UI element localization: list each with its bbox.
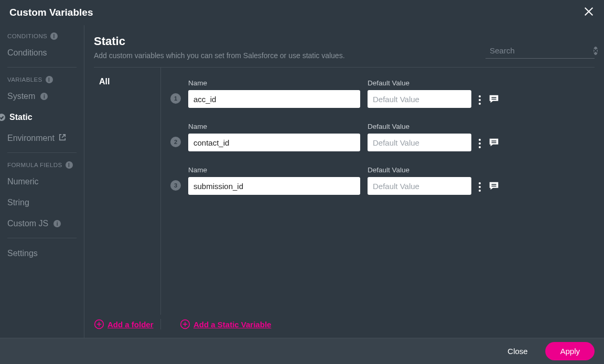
variable-list: 1 Name Default Value 2 Name Default Valu… bbox=[161, 68, 595, 315]
divider bbox=[7, 67, 77, 68]
svg-rect-18 bbox=[491, 184, 496, 185]
svg-point-6 bbox=[479, 99, 481, 101]
default-value-label: Default Value bbox=[368, 79, 471, 87]
close-button[interactable]: Close bbox=[500, 343, 535, 360]
bottom-bar: Close Apply bbox=[0, 338, 604, 364]
sidebar-item-environment[interactable]: Environment bbox=[7, 131, 77, 145]
info-icon[interactable]: i bbox=[53, 220, 61, 227]
svg-line-2 bbox=[62, 135, 65, 138]
clear-search-icon[interactable] bbox=[594, 47, 598, 55]
row-index-badge: 1 bbox=[170, 93, 181, 104]
sidebar-item-conditions[interactable]: Conditions bbox=[7, 46, 77, 60]
dialog-title: Custom Variables bbox=[9, 7, 93, 18]
section-header-variables: VARIABLES i bbox=[7, 76, 77, 83]
add-variable-label: Add a Static Variable bbox=[193, 320, 271, 329]
sidebar-item-label: Numeric bbox=[7, 177, 39, 186]
divider bbox=[7, 238, 77, 238]
info-icon[interactable]: i bbox=[40, 93, 48, 100]
plus-circle-icon bbox=[94, 319, 104, 329]
svg-rect-19 bbox=[491, 186, 496, 187]
variable-row: 2 Name Default Value bbox=[170, 116, 595, 160]
variable-name-input[interactable] bbox=[188, 177, 360, 195]
svg-point-12 bbox=[479, 146, 481, 148]
variable-value-input[interactable] bbox=[368, 177, 471, 195]
info-icon[interactable]: i bbox=[46, 76, 53, 83]
svg-point-10 bbox=[479, 139, 481, 141]
comment-icon[interactable] bbox=[488, 180, 500, 192]
apply-button[interactable]: Apply bbox=[545, 342, 595, 360]
sidebar-item-customjs[interactable]: Custom JS i bbox=[7, 217, 77, 230]
sidebar-item-label: Conditions bbox=[7, 48, 47, 58]
plus-circle-icon bbox=[180, 319, 190, 329]
svg-rect-13 bbox=[491, 140, 496, 141]
sidebar-item-static[interactable]: Static bbox=[0, 111, 77, 124]
name-label: Name bbox=[188, 123, 360, 130]
name-label: Name bbox=[188, 166, 360, 174]
sidebar-item-label: String bbox=[7, 198, 29, 207]
svg-point-17 bbox=[479, 190, 481, 192]
more-options-icon[interactable] bbox=[479, 182, 481, 192]
svg-rect-8 bbox=[491, 97, 496, 98]
sidebar-item-system[interactable]: System i bbox=[7, 90, 77, 103]
sidebar: CONDITIONS i Conditions VARIABLES i Syst… bbox=[0, 25, 84, 338]
sidebar-item-label: System bbox=[7, 92, 35, 101]
comment-icon[interactable] bbox=[488, 93, 500, 105]
more-options-icon[interactable] bbox=[479, 139, 481, 148]
add-folder-label: Add a folder bbox=[107, 320, 154, 329]
check-icon bbox=[0, 114, 5, 121]
svg-point-15 bbox=[479, 182, 481, 184]
default-value-label: Default Value bbox=[368, 166, 471, 174]
section-header-formula: FORMULA FIELDS i bbox=[7, 161, 77, 169]
sidebar-item-numeric[interactable]: Numeric bbox=[7, 175, 77, 189]
variable-name-input[interactable] bbox=[188, 90, 360, 108]
add-folder-button[interactable]: Add a folder bbox=[94, 319, 154, 329]
svg-point-16 bbox=[479, 186, 481, 188]
info-icon[interactable]: i bbox=[66, 161, 73, 169]
variable-value-input[interactable] bbox=[368, 134, 471, 151]
sidebar-item-label: Settings bbox=[7, 249, 38, 258]
add-variable-button[interactable]: Add a Static Variable bbox=[180, 319, 271, 329]
variable-value-input[interactable] bbox=[368, 90, 471, 108]
section-header-label: CONDITIONS bbox=[7, 33, 47, 39]
close-icon[interactable] bbox=[583, 6, 595, 19]
external-link-icon bbox=[59, 134, 66, 143]
default-value-label: Default Value bbox=[368, 123, 471, 130]
svg-point-5 bbox=[479, 95, 481, 97]
name-label: Name bbox=[188, 79, 360, 87]
comment-icon[interactable] bbox=[488, 137, 500, 148]
variable-name-input[interactable] bbox=[188, 134, 360, 151]
divider bbox=[7, 152, 77, 153]
main-panel: Static Add custom variables which you ca… bbox=[84, 25, 604, 338]
section-header-label: FORMULA FIELDS bbox=[7, 162, 62, 168]
search-input[interactable] bbox=[490, 46, 589, 55]
search-field[interactable] bbox=[486, 45, 595, 59]
more-options-icon[interactable] bbox=[479, 95, 481, 105]
row-index-badge: 2 bbox=[170, 137, 181, 147]
info-icon[interactable]: i bbox=[50, 32, 58, 40]
sidebar-item-string[interactable]: String bbox=[7, 196, 77, 209]
row-index-badge: 3 bbox=[170, 180, 181, 191]
main-subtitle: Add custom variables which you can set f… bbox=[94, 51, 345, 60]
main-title: Static bbox=[94, 35, 345, 48]
sidebar-item-settings[interactable]: Settings bbox=[7, 247, 77, 260]
section-header-label: VARIABLES bbox=[7, 76, 42, 83]
folder-item-all[interactable]: All bbox=[99, 77, 155, 86]
svg-rect-9 bbox=[491, 99, 496, 100]
sidebar-item-label: Custom JS bbox=[7, 219, 48, 228]
svg-rect-14 bbox=[491, 142, 496, 144]
variable-row: 3 Name Default Value bbox=[170, 160, 595, 203]
folder-list: All bbox=[94, 68, 161, 315]
sidebar-item-label: Environment bbox=[7, 134, 55, 143]
svg-point-11 bbox=[479, 142, 481, 145]
section-header-conditions: CONDITIONS i bbox=[7, 32, 77, 40]
variable-row: 1 Name Default Value bbox=[170, 73, 595, 116]
sidebar-item-label: Static bbox=[9, 113, 33, 122]
svg-point-7 bbox=[479, 103, 481, 105]
title-bar: Custom Variables bbox=[0, 0, 604, 25]
